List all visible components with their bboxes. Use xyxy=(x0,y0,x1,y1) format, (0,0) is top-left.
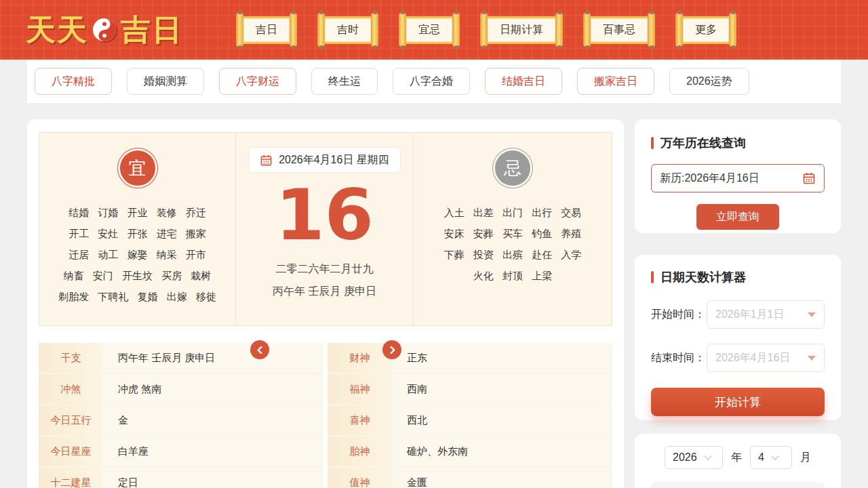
prev-day-button[interactable] xyxy=(250,340,269,359)
day-calculator-card: 日期天数计算器 开始时间： 2026年1月1日 结束时间： 2026年4月16日… xyxy=(635,255,841,420)
month-picker-card: 2026 年 4 月 xyxy=(635,434,841,488)
detail-table-left: 干支 丙午年 壬辰月 庚申日 冲煞 冲虎 煞南 今日五行 金 今日星座 白羊座 … xyxy=(39,343,323,488)
table-row: 今日星座 白羊座 xyxy=(39,436,323,468)
caret-down-icon xyxy=(808,312,816,317)
nav-item-label: 宜忌 xyxy=(406,18,452,42)
quick-link-hunyin-cesuan[interactable]: 婚姻测算 xyxy=(127,68,204,95)
table-row: 福神 西南 xyxy=(328,374,612,405)
year-month-row: 2026 年 4 月 xyxy=(651,446,825,469)
title-accent-bar xyxy=(651,137,654,149)
year-select[interactable]: 2026 xyxy=(665,446,723,469)
almanac-detail-table: 干支 丙午年 壬辰月 庚申日 冲煞 冲虎 煞南 今日五行 金 今日星座 白羊座 … xyxy=(39,343,612,488)
scroll-roller-icon xyxy=(452,13,460,47)
table-row: 喜神 西北 xyxy=(328,405,612,436)
end-date-select[interactable]: 2026年4月16日 xyxy=(707,344,825,372)
suitable-column: 宜 结婚 订婚 开业 装修 乔迁 开工 安灶 开张 进宅 搬家 迁居 动工 嫁娶… xyxy=(39,133,235,325)
chevron-down-icon xyxy=(771,452,778,460)
suitable-line: 迁居 动工 嫁娶 纳采 开市 xyxy=(39,244,235,265)
chevron-right-icon xyxy=(389,346,396,354)
scroll-roller-icon xyxy=(675,13,683,47)
suitable-badge: 宜 xyxy=(120,150,155,186)
date-picker[interactable]: 2026年4月16日 星期四 xyxy=(249,147,401,173)
header: 天天 吉日 吉日 吉时 宜忌 日期计算 xyxy=(0,0,868,60)
avoid-line: 安床 安葬 买车 钓鱼 养殖 xyxy=(414,223,612,244)
table-row: 胎神 碓炉、外东南 xyxy=(328,436,612,468)
table-row: 冲煞 冲虎 煞南 xyxy=(39,374,323,405)
suitable-line: 剃胎发 下聘礼 复婚 出嫁 移徙 xyxy=(39,286,235,307)
nav-item-label: 百事忌 xyxy=(591,18,648,42)
nav-item-label: 吉日 xyxy=(243,18,290,42)
next-day-button[interactable] xyxy=(382,340,401,359)
scroll-roller-icon xyxy=(236,13,243,47)
calendar-icon[interactable] xyxy=(802,171,816,185)
caret-down-icon xyxy=(808,356,816,361)
chevron-down-icon xyxy=(704,452,711,460)
scroll-roller-icon xyxy=(480,13,488,47)
scroll-roller-icon xyxy=(290,13,297,47)
date-full-label: 2026年4月16日 星期四 xyxy=(279,153,389,167)
avoid-line: 火化 封顶 上梁 xyxy=(414,265,612,286)
start-date-row: 开始时间： 2026年1月1日 xyxy=(651,300,825,329)
table-row: 财神 正东 xyxy=(328,343,612,374)
month-select[interactable]: 4 xyxy=(750,446,792,469)
calendar-icon xyxy=(260,154,273,167)
scroll-roller-icon xyxy=(555,13,563,47)
table-row: 值神 金匮 xyxy=(328,468,612,488)
table-row: 十二建星 定日 xyxy=(39,468,323,488)
almanac-panel: 宜 结婚 订婚 开业 装修 乔迁 开工 安灶 开张 进宅 搬家 迁居 动工 嫁娶… xyxy=(39,132,612,326)
chevron-left-icon xyxy=(256,346,264,354)
weekday-header-bar xyxy=(651,482,825,488)
yinyang-icon xyxy=(92,18,117,42)
main-nav: 吉日 吉时 宜忌 日期计算 百事忌 更多 xyxy=(236,13,736,47)
avoid-list: 入土 出差 出门 出行 交易 安床 安葬 买车 钓鱼 养殖 下葬 投资 出殡 赴… xyxy=(414,202,612,286)
quick-link-bazi-caiyun[interactable]: 八字财运 xyxy=(219,68,296,95)
suitable-line: 结婚 订婚 开业 装修 乔迁 xyxy=(39,202,235,223)
scroll-roller-icon xyxy=(399,13,406,47)
card-title: 万年历在线查询 xyxy=(651,135,825,151)
table-row: 今日五行 金 xyxy=(39,405,323,436)
nav-item-label: 更多 xyxy=(683,18,729,42)
start-calculate-button[interactable]: 开始计算 xyxy=(651,388,825,416)
scroll-roller-icon xyxy=(583,13,591,47)
title-accent-bar xyxy=(651,271,654,283)
suitable-list: 结婚 订婚 开业 装修 乔迁 开工 安灶 开张 进宅 搬家 迁居 动工 嫁娶 纳… xyxy=(39,202,235,307)
avoid-line: 入土 出差 出门 出行 交易 xyxy=(414,202,612,223)
nav-item-label: 吉时 xyxy=(325,18,371,42)
calendar-query-card: 万年历在线查询 新历:2026年4月16日 立即查询 xyxy=(635,119,841,233)
quick-link-banjia-jiri[interactable]: 搬家吉日 xyxy=(577,68,654,95)
start-date-select[interactable]: 2026年1月1日 xyxy=(707,300,825,329)
quick-link-bazi-jingpi[interactable]: 八字精批 xyxy=(35,68,112,95)
ganzhi-date-label: 丙午年 壬辰月 庚申日 xyxy=(236,285,413,299)
nav-item-jiri[interactable]: 吉日 xyxy=(236,13,297,47)
card-title: 日期天数计算器 xyxy=(651,269,825,285)
suitable-line: 开工 安灶 开张 进宅 搬家 xyxy=(39,223,235,244)
site-logo[interactable]: 天天 吉日 xyxy=(26,10,183,50)
quick-link-2026-yunshi[interactable]: 2026运势 xyxy=(669,68,749,95)
year-unit-label: 年 xyxy=(731,451,742,465)
nav-item-date-calc[interactable]: 日期计算 xyxy=(480,13,563,47)
nav-item-baishiji[interactable]: 百事忌 xyxy=(583,13,655,47)
quick-links-bar: 八字精批 婚姻测算 八字财运 终生运 八字合婚 结婚吉日 搬家吉日 2026运势 xyxy=(27,60,841,103)
date-column: 2026年4月16日 星期四 16 二零二六年二月廿九 丙午年 壬辰月 庚申日 xyxy=(235,133,414,325)
quick-link-bazi-hehun[interactable]: 八字合婚 xyxy=(393,68,470,95)
avoid-column: 忌 入土 出差 出门 出行 交易 安床 安葬 买车 钓鱼 养殖 下葬 投资 出殡… xyxy=(414,133,612,325)
lunar-date-label: 二零二六年二月廿九 xyxy=(236,262,413,277)
nav-item-label: 日期计算 xyxy=(488,18,555,42)
quick-link-jiehun-jiri[interactable]: 结婚吉日 xyxy=(485,68,562,95)
scroll-roller-icon xyxy=(371,13,378,47)
month-unit-label: 月 xyxy=(800,451,811,465)
nav-item-jishi[interactable]: 吉时 xyxy=(317,13,378,47)
detail-table-right: 财神 正东 福神 西南 喜神 西北 胎神 碓炉、外东南 值神 金匮 xyxy=(328,343,612,488)
end-date-row: 结束时间： 2026年4月16日 xyxy=(651,344,825,372)
query-now-button[interactable]: 立即查询 xyxy=(696,204,779,230)
scroll-roller-icon xyxy=(317,13,325,47)
quick-link-zhongshengyun[interactable]: 终生运 xyxy=(311,68,378,95)
calendar-date-input[interactable]: 新历:2026年4月16日 xyxy=(651,164,825,192)
logo-text-prefix: 天天 xyxy=(26,10,88,50)
scroll-roller-icon xyxy=(729,13,736,47)
nav-item-yiji[interactable]: 宜忌 xyxy=(399,13,460,47)
logo-text-suffix: 吉日 xyxy=(121,10,183,50)
avoid-badge: 忌 xyxy=(495,150,530,186)
nav-item-more[interactable]: 更多 xyxy=(675,13,736,47)
table-row: 干支 丙午年 壬辰月 庚申日 xyxy=(39,343,323,374)
